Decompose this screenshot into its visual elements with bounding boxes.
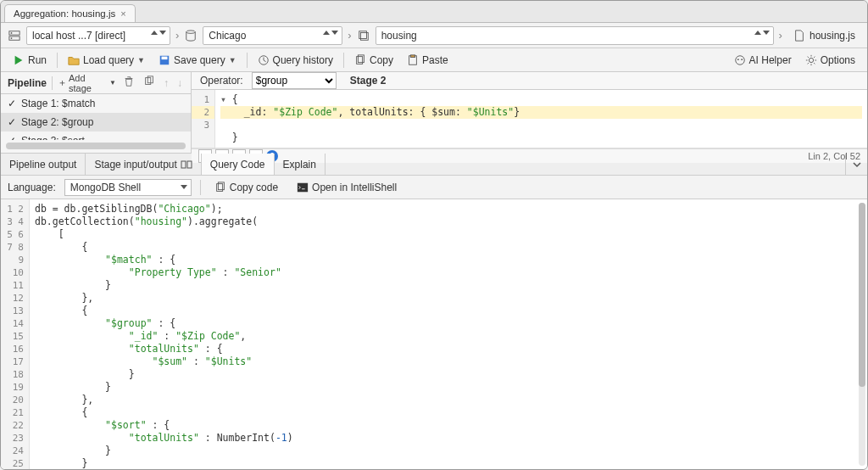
history-label: Query history xyxy=(273,54,333,66)
breadcrumb: local host ...7 [direct] › Chicago › hou… xyxy=(1,23,867,48)
svg-point-14 xyxy=(735,55,744,64)
stage-pane: Operator: $group Stage 2 1 2 3 ▾ { _id: … xyxy=(192,72,867,153)
open-intellishell-button[interactable]: Open in IntelliShell xyxy=(292,180,402,195)
file-name: housing.js xyxy=(810,30,855,42)
collection-icon xyxy=(357,29,370,42)
stage-label: Stage 3: $sort xyxy=(21,135,85,140)
svg-point-4 xyxy=(186,30,196,33)
connection-select[interactable]: local host ...7 [direct] xyxy=(26,26,170,45)
file-icon xyxy=(793,29,806,42)
stage-row[interactable]: ✓ Stage 2: $group xyxy=(1,113,191,131)
caret-down-icon: ▼ xyxy=(229,56,236,64)
query-history-button[interactable]: Query history xyxy=(253,53,338,68)
query-code-toolbar: Language: MongoDB Shell Copy code Open i… xyxy=(1,176,867,199)
tab-explain[interactable]: Explain xyxy=(275,154,326,175)
collection-select[interactable]: housing xyxy=(376,26,774,45)
main-toolbar: Run Load query ▼ Save query ▼ Query hist… xyxy=(1,48,867,72)
copy-code-button[interactable]: Copy code xyxy=(209,180,283,195)
svg-point-15 xyxy=(737,59,739,60)
move-down-icon[interactable]: ↓ xyxy=(175,77,184,89)
svg-rect-8 xyxy=(161,56,167,59)
operator-select[interactable]: $group xyxy=(252,72,337,89)
add-stage-button[interactable]: ＋ Add stage ▼ xyxy=(58,73,116,93)
tab-title: Aggregation: housing.js xyxy=(14,8,115,19)
copy-label: Copy xyxy=(370,54,393,66)
language-label: Language: xyxy=(8,182,56,193)
chevron-right-icon: › xyxy=(175,29,179,42)
svg-rect-24 xyxy=(298,182,308,192)
code-content[interactable]: db = db.getSiblingDB("Chicago"); db.getC… xyxy=(30,199,867,469)
document-tabbar: Aggregation: housing.js × xyxy=(1,1,867,23)
close-icon[interactable]: × xyxy=(120,8,125,19)
database-select[interactable]: Chicago xyxy=(203,26,342,45)
move-up-icon[interactable]: ↑ xyxy=(162,77,170,89)
pipeline-pane: Pipeline ＋ Add stage ▼ ↑ ↓ ✓ Stage 1: $m… xyxy=(1,72,192,153)
database-value: Chicago xyxy=(209,30,246,42)
chevron-right-icon: › xyxy=(779,29,782,42)
stage-row[interactable]: ✓ Stage 3: $sort xyxy=(1,131,191,140)
load-query-button[interactable]: Load query ▼ xyxy=(63,53,150,68)
gutter: 1 2 3 4 5 6 7 8 9 10 11 12 13 14 15 16 1… xyxy=(1,199,30,469)
svg-point-2 xyxy=(11,32,13,34)
options-label: Options xyxy=(821,54,855,66)
gutter: 1 2 3 xyxy=(192,90,215,148)
check-icon: ✓ xyxy=(8,98,16,109)
stage-code[interactable]: ▾ { _id: "$Zip Code", totalUnits: { $sum… xyxy=(215,90,867,148)
server-icon xyxy=(8,29,21,42)
ai-helper-button[interactable]: AI Helper xyxy=(729,53,797,68)
svg-point-3 xyxy=(11,37,13,39)
horizontal-scrollbar[interactable] xyxy=(6,143,186,149)
run-label: Run xyxy=(28,54,47,66)
paste-label: Paste xyxy=(422,54,448,66)
document-tab[interactable]: Aggregation: housing.js × xyxy=(4,4,136,22)
pipeline-header: Pipeline ＋ Add stage ▼ ↑ ↓ xyxy=(1,72,191,94)
check-icon: ✓ xyxy=(8,116,16,128)
paste-button[interactable]: Paste xyxy=(402,53,453,68)
collapse-panel-icon[interactable] xyxy=(845,154,867,175)
io-icon xyxy=(181,159,192,170)
ai-label: AI Helper xyxy=(749,54,792,66)
chevron-right-icon: › xyxy=(348,29,351,42)
svg-point-16 xyxy=(741,59,743,60)
stage-label: Stage 2: $group xyxy=(21,116,93,128)
check-icon: ✓ xyxy=(8,135,16,140)
query-code-editor[interactable]: 1 2 3 4 5 6 7 8 9 10 11 12 13 14 15 16 1… xyxy=(1,199,867,469)
stage-label: Stage 1: $match xyxy=(21,98,95,109)
pipeline-title: Pipeline xyxy=(8,77,47,89)
load-label: Load query xyxy=(83,54,134,66)
options-button[interactable]: Options xyxy=(800,53,860,68)
tab-stage-io[interactable]: Stage input/output xyxy=(86,154,201,175)
svg-rect-13 xyxy=(410,54,415,57)
stage-editor[interactable]: 1 2 3 ▾ { _id: "$Zip Code", totalUnits: … xyxy=(192,90,867,148)
operator-label: Operator: xyxy=(200,75,243,87)
stage-name: Stage 2 xyxy=(350,75,387,87)
caret-down-icon: ▼ xyxy=(137,56,145,64)
save-query-button[interactable]: Save query ▼ xyxy=(153,53,242,68)
file-crumb: housing.js xyxy=(787,29,860,42)
duplicate-stage-icon[interactable] xyxy=(142,76,157,90)
save-label: Save query xyxy=(174,54,225,66)
pipeline-list: ✓ Stage 1: $match ✓ Stage 2: $group ✓ St… xyxy=(1,94,191,140)
svg-rect-21 xyxy=(187,161,192,168)
delete-stage-icon[interactable] xyxy=(121,76,136,90)
connection-value: local host ...7 [direct] xyxy=(32,30,125,42)
run-button[interactable]: Run xyxy=(8,53,52,68)
svg-point-17 xyxy=(809,58,813,62)
vertical-scrollbar[interactable] xyxy=(859,203,865,466)
svg-rect-20 xyxy=(181,161,186,168)
output-tabs: Pipeline output Stage input/output Query… xyxy=(1,154,867,176)
stage-row[interactable]: ✓ Stage 1: $match xyxy=(1,94,191,113)
copy-button[interactable]: Copy xyxy=(349,53,398,68)
language-select[interactable]: MongoDB Shell xyxy=(64,179,192,196)
collection-value: housing xyxy=(381,30,417,42)
tab-pipeline-output[interactable]: Pipeline output xyxy=(1,154,86,175)
tab-query-code[interactable]: Query Code xyxy=(202,154,275,175)
stage-header: Operator: $group Stage 2 xyxy=(192,72,867,90)
database-icon xyxy=(184,29,198,42)
pipeline-area: Pipeline ＋ Add stage ▼ ↑ ↓ ✓ Stage 1: $m… xyxy=(1,72,867,154)
